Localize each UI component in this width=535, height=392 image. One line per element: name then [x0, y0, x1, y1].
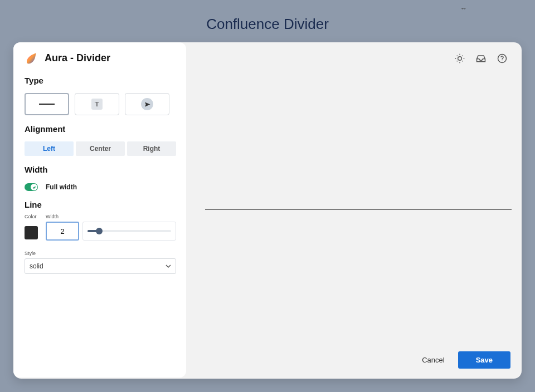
line-width-input[interactable] — [46, 222, 79, 241]
align-left-button[interactable]: Left — [25, 141, 74, 156]
alignment-options: Left Center Right — [25, 141, 176, 156]
chevron-down-icon — [166, 263, 171, 269]
footer-actions: Cancel Save — [416, 351, 510, 369]
swap-icon: ↔ — [460, 4, 468, 12]
color-picker[interactable] — [25, 226, 38, 239]
full-width-row: Full width — [25, 183, 176, 191]
line-width-row — [46, 222, 176, 241]
style-select-value: solid — [30, 262, 43, 270]
help-icon[interactable] — [496, 52, 508, 65]
svg-point-2 — [502, 61, 503, 61]
align-right-button[interactable]: Right — [127, 141, 176, 156]
line-width-label: Width — [46, 214, 176, 219]
text-icon: T — [91, 99, 103, 110]
sidebar-header: Aura - Divider — [25, 51, 176, 65]
type-option-text[interactable]: T — [75, 93, 119, 115]
preview-area: Cancel Save — [186, 42, 522, 379]
full-width-label: Full width — [46, 183, 77, 191]
color-label: Color — [25, 214, 38, 219]
type-label: Type — [25, 76, 176, 85]
slider-track — [87, 230, 171, 232]
alignment-label: Alignment — [25, 124, 176, 134]
line-width-slider[interactable] — [82, 222, 176, 241]
save-button[interactable]: Save — [458, 351, 510, 369]
line-row: Color Width — [25, 214, 176, 241]
full-width-toggle[interactable] — [25, 183, 38, 191]
toggle-knob — [31, 184, 37, 190]
sun-icon[interactable] — [454, 52, 466, 65]
style-select[interactable]: solid — [25, 258, 176, 274]
color-col: Color — [25, 214, 38, 241]
page-title: Confluence Divider — [0, 16, 535, 33]
inbox-icon[interactable] — [475, 52, 487, 65]
modal: Aura - Divider Type T Alignment Left Cen… — [13, 42, 522, 379]
send-icon — [141, 98, 153, 110]
sidebar-title: Aura - Divider — [45, 52, 110, 64]
line-section-label: Line — [25, 200, 176, 209]
style-label: Style — [25, 251, 176, 256]
settings-sidebar: Aura - Divider Type T Alignment Left Cen… — [13, 42, 186, 378]
line-icon — [39, 104, 55, 105]
slider-thumb[interactable] — [96, 228, 103, 234]
line-width-col: Width — [46, 214, 176, 241]
type-option-line[interactable] — [25, 93, 69, 115]
type-options: T — [25, 93, 176, 115]
width-section-label: Width — [25, 165, 176, 174]
svg-point-0 — [458, 57, 462, 61]
align-center-button[interactable]: Center — [76, 141, 125, 156]
type-option-icon[interactable] — [125, 93, 169, 115]
style-col: Style solid — [25, 251, 176, 274]
cancel-button[interactable]: Cancel — [416, 351, 450, 369]
aura-logo — [25, 51, 38, 65]
divider-preview — [205, 209, 512, 210]
top-icon-bar — [454, 52, 508, 65]
